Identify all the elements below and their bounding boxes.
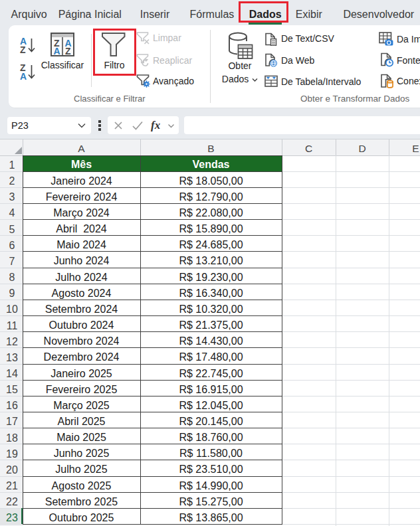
svg-text:A: A [54, 46, 60, 56]
svg-text:Z: Z [20, 44, 26, 55]
svg-text:Z: Z [65, 46, 71, 56]
svg-text:A: A [20, 71, 27, 82]
